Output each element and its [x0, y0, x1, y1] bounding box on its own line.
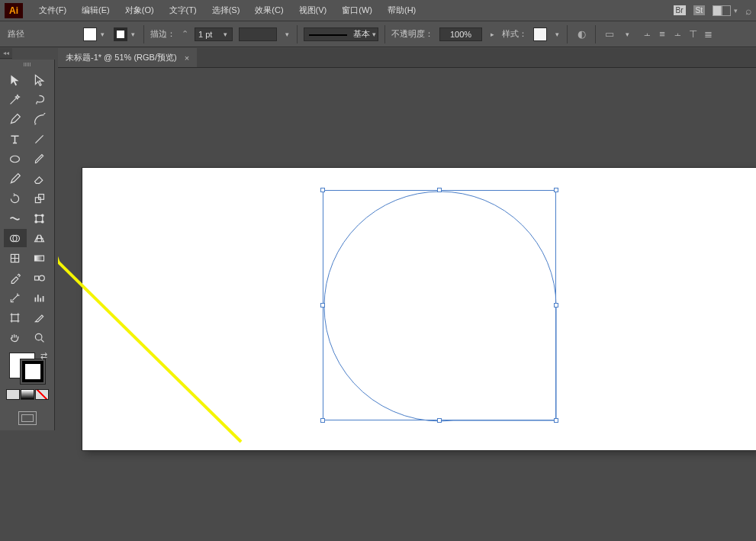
brush-definition-select[interactable]: 基本▾ [304, 27, 378, 41]
eyedropper-tool[interactable] [4, 269, 27, 287]
ellipse-tool[interactable] [4, 150, 27, 168]
svg-point-4 [35, 214, 37, 216]
resize-handle-bm[interactable] [437, 418, 442, 423]
color-mode-none[interactable] [35, 389, 49, 400]
artboard-tool[interactable] [4, 308, 27, 327]
svg-rect-12 [35, 275, 39, 279]
mesh-tool[interactable] [4, 249, 27, 267]
stroke-color-swatch[interactable] [20, 359, 46, 385]
align-buttons: ⫠ ≡ ⫠ ⊤ ≣ [640, 27, 715, 41]
menu-type[interactable]: 文字(T) [162, 2, 204, 19]
align-to-icon[interactable]: ▭ [602, 27, 617, 42]
paintbrush-tool[interactable] [28, 150, 51, 168]
selection-bounding-box[interactable] [323, 190, 556, 420]
zoom-tool[interactable] [28, 328, 51, 346]
opacity-label: 不透明度： [391, 28, 433, 40]
screen-mode-toggle[interactable] [16, 409, 39, 427]
arrange-documents-icon[interactable] [713, 5, 731, 16]
align-vcenter-icon[interactable]: ≣ [701, 27, 715, 41]
chevron-down-icon[interactable]: ▾ [553, 31, 561, 38]
free-transform-tool[interactable] [28, 209, 51, 227]
stroke-swatch[interactable]: ▾ [113, 27, 137, 42]
lasso-tool[interactable] [28, 90, 51, 108]
artboard[interactable] [82, 168, 756, 450]
stroke-link-icon[interactable]: ⌃ [182, 29, 188, 39]
svg-rect-14 [11, 314, 18, 321]
align-left-icon[interactable]: ⫠ [640, 27, 654, 41]
type-tool[interactable] [4, 130, 27, 148]
graphic-style-swatch[interactable] [533, 27, 547, 41]
color-mode-solid[interactable] [6, 389, 20, 400]
canvas-area[interactable] [58, 68, 756, 541]
panel-collapse-handle[interactable]: ◂◂ [0, 48, 12, 59]
menu-window[interactable]: 窗口(W) [335, 2, 379, 19]
swap-fill-stroke-icon[interactable]: ⇄ [40, 351, 47, 361]
menu-view[interactable]: 视图(V) [292, 2, 334, 19]
menu-effect[interactable]: 效果(C) [248, 2, 290, 19]
stroke-label: 描边： [150, 28, 175, 40]
document-tab[interactable]: 未标题-1* @ 51% (RGB/预览) × [58, 48, 197, 67]
tool-panel: ⇄ [0, 60, 55, 430]
control-bar: 路径 ▾ ▾ 描边： ⌃ 1 pt▾ ▾ 基本▾ 不透明度： 100% ▸ 样式… [0, 21, 756, 47]
chevron-down-icon[interactable]: ▾ [283, 31, 291, 38]
svg-point-15 [35, 333, 42, 340]
stock-icon[interactable]: St [693, 5, 705, 15]
pencil-tool[interactable] [4, 169, 27, 188]
bridge-icon[interactable]: Br [674, 5, 686, 15]
pen-tool[interactable] [4, 110, 27, 128]
magic-wand-tool[interactable] [4, 90, 27, 108]
eraser-tool[interactable] [28, 169, 51, 188]
search-icon[interactable]: ⌕ [745, 5, 751, 17]
document-tab-title: 未标题-1* @ 51% (RGB/预览) [66, 52, 177, 63]
hand-tool[interactable] [4, 328, 27, 346]
color-mode-row [6, 389, 49, 400]
align-top-icon[interactable]: ⊤ [686, 27, 700, 41]
menu-help[interactable]: 帮助(H) [381, 2, 423, 19]
menu-edit[interactable]: 编辑(E) [75, 2, 117, 19]
menu-object[interactable]: 对象(O) [118, 2, 161, 19]
menu-select[interactable]: 选择(S) [205, 2, 247, 19]
resize-handle-tl[interactable] [320, 188, 325, 192]
svg-point-6 [35, 221, 37, 223]
svg-point-7 [41, 221, 43, 223]
resize-handle-mr[interactable] [554, 303, 558, 308]
style-label: 样式： [502, 28, 527, 40]
chevron-down-icon[interactable]: ▾ [623, 31, 631, 38]
opacity-input[interactable]: 100% [439, 27, 482, 41]
column-graph-tool[interactable] [28, 288, 51, 307]
color-mode-gradient[interactable] [21, 389, 34, 400]
svg-point-5 [41, 214, 43, 216]
rotate-tool[interactable] [4, 189, 27, 208]
resize-handle-ml[interactable] [320, 303, 325, 308]
chevron-down-icon[interactable]: ▸ [488, 31, 496, 38]
chevron-down-icon[interactable]: ▾ [734, 7, 738, 14]
perspective-grid-tool[interactable] [28, 229, 51, 247]
line-tool[interactable] [28, 130, 51, 148]
selection-tool[interactable] [4, 70, 27, 89]
shape-builder-tool[interactable] [4, 229, 27, 247]
close-tab-icon[interactable]: × [185, 53, 189, 63]
blend-tool[interactable] [28, 269, 51, 287]
direct-selection-tool[interactable] [28, 70, 51, 89]
resize-handle-tm[interactable] [437, 188, 442, 192]
resize-handle-tr[interactable] [554, 188, 558, 192]
slice-tool[interactable] [28, 308, 51, 327]
align-right-icon[interactable]: ⫠ [671, 27, 684, 41]
menu-file[interactable]: 文件(F) [32, 2, 73, 19]
resize-handle-br[interactable] [554, 418, 558, 423]
fill-stroke-toggle[interactable]: ⇄ [6, 351, 49, 386]
fill-swatch[interactable]: ▾ [82, 27, 107, 42]
align-hcenter-icon[interactable]: ≡ [655, 27, 669, 41]
stroke-profile-select[interactable] [239, 27, 277, 41]
panel-grip[interactable] [16, 63, 39, 67]
svg-point-13 [40, 275, 45, 281]
scale-tool[interactable] [28, 189, 51, 208]
symbol-sprayer-tool[interactable] [4, 288, 27, 307]
recolor-icon[interactable]: ◐ [574, 27, 589, 42]
width-tool[interactable] [4, 209, 27, 227]
menu-bar: Ai 文件(F) 编辑(E) 对象(O) 文字(T) 选择(S) 效果(C) 视… [0, 0, 756, 21]
curvature-tool[interactable] [28, 110, 51, 128]
stroke-weight-input[interactable]: 1 pt▾ [195, 27, 233, 41]
resize-handle-bl[interactable] [320, 418, 325, 423]
gradient-tool[interactable] [28, 249, 51, 267]
